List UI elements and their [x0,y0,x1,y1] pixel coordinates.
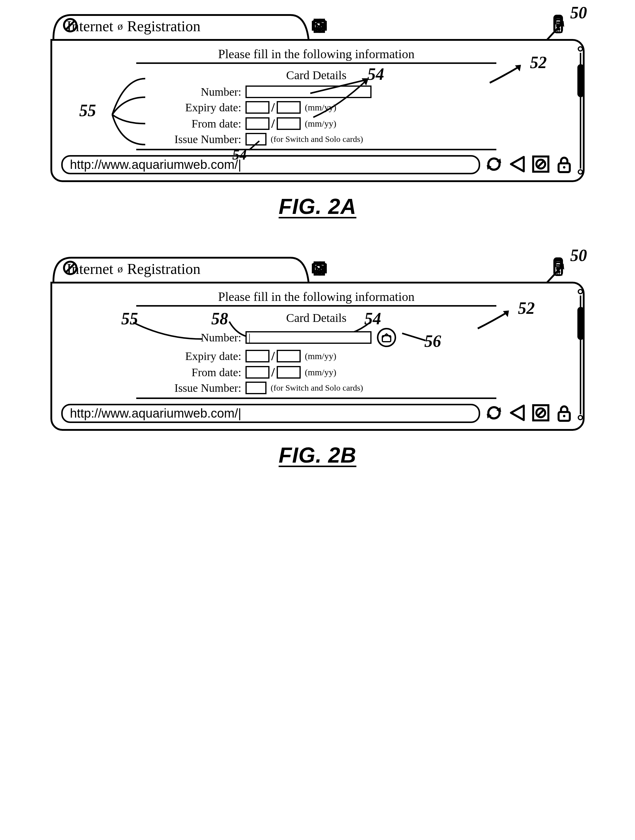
title-page: Registration [127,17,200,35]
input-from-yy-b[interactable] [277,366,301,379]
page-heading: Please fill in the following information [136,47,496,64]
input-expiry-mm[interactable] [245,101,270,114]
bottom-rule [136,149,496,150]
url-input[interactable]: http://www.aquariumweb.com/| [61,155,480,174]
url-value: http://www.aquariumweb.com/| [70,158,241,172]
sep-slash: / [271,100,275,115]
scroll-bottom-dot-b [578,415,583,420]
svg-rect-44 [556,262,561,263]
stop-square-icon[interactable] [531,155,550,175]
hint-issue-b: (for Switch and Solo cards) [271,383,363,393]
label-expiry-b: Expiry date: [136,349,244,363]
url-input-b[interactable]: http://www.aquariumweb.com/| [61,404,480,423]
refresh-icon[interactable] [484,155,504,175]
scroll-thumb-b[interactable] [577,307,584,340]
ref-55-b: 55 [121,309,138,328]
scroll-top-dot-b [578,289,583,294]
row-issue: Issue Number: (for Switch and Solo cards… [136,133,496,146]
refresh-icon[interactable] [484,403,504,423]
svg-rect-17 [554,16,562,17]
row-number: Number: [136,85,496,98]
svg-line-1 [66,21,75,30]
svg-rect-46 [557,267,559,275]
row-from-b: From date: / (mm/yy) [136,365,496,379]
title-page-b: Registration [127,260,200,278]
section-heading-b: Card Details [136,311,496,325]
label-issue-b: Issue Number: [136,381,244,395]
ref-54-c: 54 [364,309,381,328]
input-card-number[interactable] [245,85,371,98]
divider-icon: ø [117,262,123,275]
viewport: 52 Please fill in the following informat… [51,39,584,182]
svg-rect-43 [554,258,562,260]
wallet-autofill-icon[interactable] [377,328,396,347]
hint-expiry: (mm/yy) [305,102,336,112]
input-issue-number[interactable] [245,133,267,145]
svg-point-52 [563,415,565,417]
titlebar: Internet ø Registration [51,12,584,39]
label-from-b: From date: [136,366,244,379]
figure-2a: 50 Internet ø Registration [12,12,623,219]
label-number-b: Number: [136,331,244,344]
input-expiry-yy-b[interactable] [277,350,301,362]
input-from-yy[interactable] [277,117,301,130]
svg-line-50 [537,409,544,416]
form-region: Please fill in the following information… [136,47,496,150]
browser-window: Internet ø Registration 52 [51,12,584,182]
input-from-mm-b[interactable] [245,366,270,379]
svg-rect-18 [556,19,561,21]
input-card-number-b[interactable]: | [245,331,371,344]
svg-line-27 [66,264,75,272]
hint-expiry-b: (mm/yy) [305,351,336,361]
label-issue: Issue Number: [136,133,244,146]
url-bar: http://www.aquariumweb.com/| [61,155,574,175]
row-expiry: Expiry date: / (mm/yy) [136,100,496,115]
label-number: Number: [136,85,244,98]
titlebar-b: Internet ø Registration [51,255,584,282]
hint-issue: (for Switch and Solo cards) [271,134,363,144]
url-value-b: http://www.aquariumweb.com/| [70,406,241,421]
svg-rect-45 [557,264,560,265]
ref-54-b: 54 [232,147,247,163]
form-region-b: Please fill in the following information… [136,289,496,399]
section-heading: Card Details [136,68,496,82]
lock-icon[interactable] [554,155,574,175]
input-issue-number-b[interactable] [245,382,267,394]
ref-56: 56 [424,332,441,351]
stop-square-icon[interactable] [531,403,550,423]
scroll-top-dot [578,46,583,52]
page-heading-b: Please fill in the following information [136,289,496,306]
divider-icon: ø [117,20,123,32]
row-expiry-b: Expiry date: / (mm/yy) [136,349,496,363]
ref-55: 55 [79,101,96,120]
sep-slash-2: / [271,117,275,131]
svg-line-23 [537,161,544,167]
title-text: Internet ø Registration [62,17,201,35]
back-triangle-icon[interactable] [508,403,527,423]
hint-from: (mm/yy) [305,118,336,129]
title-text-b: Internet ø Registration [62,260,201,278]
ref-58: 58 [211,309,228,328]
ref-54-a: 54 [367,65,384,84]
figure-label-b: FIG. 2B [12,443,623,467]
figure-2b: 50 Internet ø Registration [12,255,623,467]
scroll-bottom-dot [578,169,583,175]
bottom-rule-b [136,398,496,399]
back-triangle-icon[interactable] [508,155,527,175]
input-from-mm[interactable] [245,117,270,130]
lock-icon[interactable] [554,403,574,423]
caret-icon: | [248,332,251,343]
scrollbar[interactable] [577,46,583,175]
input-expiry-yy[interactable] [277,101,301,114]
input-expiry-mm-b[interactable] [245,350,270,362]
row-number-b: Number: | [136,328,496,347]
ref-52-b: 52 [518,298,535,318]
viewport-b: 52 Please fill in the following informat… [51,282,584,431]
label-from: From date: [136,117,244,130]
label-expiry: Expiry date: [136,101,244,114]
scroll-thumb[interactable] [577,64,584,97]
figure-label-a: FIG. 2A [12,194,623,219]
url-bar-b: http://www.aquariumweb.com/| [61,403,574,423]
scrollbar-b[interactable] [577,289,583,421]
svg-rect-19 [557,21,560,23]
